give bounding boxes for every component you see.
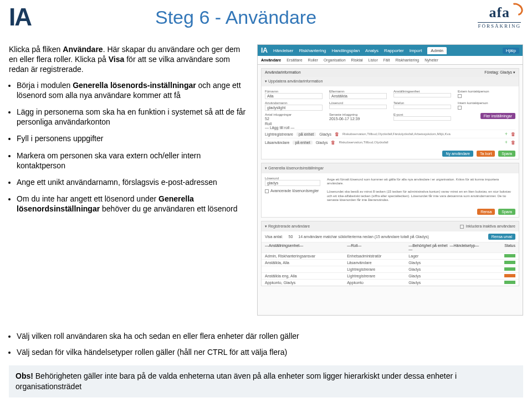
- table-row[interactable]: Anställda, AllaLäsanvändareGladys: [262, 259, 519, 266]
- table-row[interactable]: Anställda eng, AllaLightregistrerareGlad…: [262, 272, 519, 279]
- topnav-item[interactable]: Handlingsplan: [331, 48, 360, 53]
- shot-subnav: Användare Ersättare Roller Organisation …: [258, 56, 523, 65]
- trash-icon[interactable]: 🗑: [511, 132, 515, 137]
- role-name: Läsanvändare: [265, 141, 289, 144]
- filter-roll[interactable]: —Roll—: [347, 244, 408, 251]
- topnav-item[interactable]: Händelser: [273, 48, 293, 53]
- shot-logo-icon: IA: [261, 47, 268, 54]
- subnav-item[interactable]: Fält: [383, 58, 390, 62]
- filter-handelsetyp[interactable]: —Händelsetyp—: [449, 244, 490, 251]
- obs-note: Obs! Behörigheten gäller inte bara på de…: [9, 365, 523, 397]
- include-inactive-checkbox[interactable]: [460, 225, 464, 229]
- help-button[interactable]: Hjälp: [503, 48, 519, 54]
- filter-enhet[interactable]: —Anställningsenhet—: [265, 244, 347, 251]
- telefon-input[interactable]: [393, 105, 451, 109]
- spara-button[interactable]: Spara: [498, 209, 515, 215]
- visa-select[interactable]: 50: [287, 235, 295, 239]
- status-icon: [504, 254, 515, 257]
- adv-checkbox[interactable]: [265, 189, 269, 193]
- roll-select[interactable]: — Lägg till roll —: [265, 126, 331, 130]
- page-header: IA Steg 6 - Användare afa FÖRSÄKRING: [0, 0, 532, 44]
- topnav-item[interactable]: Analys: [365, 48, 378, 53]
- company-value: Gladys: [500, 70, 512, 74]
- page-title: Steg 6 - Användare: [155, 7, 316, 28]
- rensa-button[interactable]: Rensa: [477, 209, 495, 215]
- extern-checkbox[interactable]: [458, 94, 462, 98]
- table-row[interactable]: Appkonto, GladysAppkontoGladys: [262, 279, 519, 286]
- status-icon: [504, 281, 515, 284]
- section-general-pw[interactable]: Generella lösenordsinställningar: [268, 166, 324, 170]
- section-registered[interactable]: Registrerade användare: [268, 224, 310, 228]
- enhet-input[interactable]: [393, 93, 451, 97]
- app-screenshot: IA Händelser Riskhantering Handlingsplan…: [257, 44, 523, 316]
- user-info-panel: Användarinformation Företag: Gladys ▾ ▾ …: [261, 68, 519, 159]
- status-icon: [504, 261, 515, 264]
- include-inactive-label: Inkludera inaktiva användare: [466, 224, 515, 228]
- afa-logo-sub: FÖRSÄKRING: [478, 22, 521, 29]
- role-tags: Riskobservation,Tillbud,Olycksfall,Färdo…: [342, 132, 502, 136]
- obs-bold: Obs!: [16, 371, 33, 380]
- epost-input[interactable]: [393, 116, 451, 121]
- visa-label: Visa antal:: [265, 235, 283, 239]
- topnav-admin-tab[interactable]: Admin: [427, 47, 447, 54]
- bullet-item: Välj sedan för vilka händelsetyper rolle…: [17, 347, 523, 358]
- role-who: Gladys: [316, 141, 328, 144]
- rensa-urval-button[interactable]: Rensa urval: [488, 234, 515, 240]
- roll-label: Roll: [265, 122, 515, 126]
- role-name: Lightregistrerare: [265, 132, 293, 136]
- anvnamn-input[interactable]: gladyslight: [265, 105, 323, 111]
- ta-bort-button[interactable]: Ta bort: [477, 151, 495, 157]
- general-password-panel: ▾ Generella lösenordsinställningar Lösen…: [261, 163, 519, 218]
- role-tags: Riskobservation,Tillbud,Olycksfall: [339, 141, 501, 144]
- plus-icon[interactable]: +: [505, 140, 508, 145]
- lower-bullet-list: Välj vilken roll användaren ska ha och s…: [0, 323, 532, 358]
- bullet-item: Markera om personen ska vara extern och/…: [17, 151, 248, 171]
- afa-logo: afa FÖRSÄKRING: [478, 4, 521, 29]
- gl-adv-desc: Lösenordet ska bestå av minst 8 tecken (…: [327, 189, 515, 203]
- trash-icon[interactable]: 🗑: [331, 140, 335, 145]
- fornamn-input[interactable]: Alla: [265, 93, 323, 99]
- intro-paragraph: Klicka på fliken Användare. Här skapar d…: [9, 44, 248, 75]
- losen-input[interactable]: [329, 105, 387, 109]
- bullet-item: Om du inte har angett ett lösenord under…: [17, 194, 248, 214]
- topnav-item[interactable]: Import: [410, 48, 422, 53]
- status-icon: [504, 267, 515, 271]
- table-row[interactable]: Admin, RiskhanteringsansvarEnhetsadminis…: [262, 252, 519, 259]
- section-update-user[interactable]: Uppdatera användarinformation: [268, 79, 323, 83]
- instruction-text: Klicka på fliken Användare. Här skapar d…: [9, 44, 248, 316]
- subnav-item[interactable]: Riskhantering: [395, 58, 419, 62]
- subnav-item[interactable]: Ersättare: [287, 58, 302, 62]
- match-text: 14 användare matchar sökkriterierna neda…: [298, 235, 428, 239]
- topnav-item[interactable]: Rapporter: [384, 48, 404, 53]
- gl-losen-input[interactable]: gladys: [265, 180, 320, 186]
- gl-desc: Ange ett förvalt lösenord som kommer att…: [327, 177, 515, 187]
- table-row[interactable]: LightregistrerareGladys: [262, 266, 519, 272]
- subnav-item[interactable]: Risktal: [351, 58, 363, 62]
- plus-icon[interactable]: +: [505, 131, 508, 137]
- trash-icon[interactable]: 🗑: [511, 140, 515, 145]
- intern-checkbox[interactable]: [458, 106, 462, 110]
- bullet-item: Välj vilken roll användaren ska ha och s…: [17, 331, 523, 342]
- fler-installningar-button[interactable]: Fler inställningar: [480, 113, 515, 119]
- subnav-item-anvandare[interactable]: Användare: [261, 58, 281, 62]
- subnav-item[interactable]: Roller: [308, 58, 318, 62]
- efternamn-input[interactable]: Anställda: [329, 93, 387, 99]
- topnav-item[interactable]: Riskhantering: [299, 48, 326, 53]
- bullet-item: Ange ett unikt användarnamn, förslagsvis…: [17, 177, 248, 187]
- shot-topbar: IA Händelser Riskhantering Handlingsplan…: [258, 45, 523, 56]
- bullet-item: Fyll i personens uppgifter: [17, 133, 248, 143]
- filter-status: Status: [491, 244, 515, 251]
- subnav-item[interactable]: Nyheter: [424, 58, 438, 62]
- unit-badge: på enhet: [293, 141, 312, 144]
- subnav-item[interactable]: Organisation: [324, 58, 346, 62]
- panel-title: Användarinformation: [265, 70, 301, 75]
- trash-icon[interactable]: 🗑: [335, 132, 339, 137]
- senaste-value: 2015-06-17 12:39: [329, 116, 387, 121]
- bullet-item: Lägg in personerna som ska ha en funktio…: [17, 107, 248, 127]
- filter-behorighet[interactable]: —Behörighet på enhet—: [408, 244, 449, 251]
- spara-button[interactable]: Spara: [498, 151, 515, 157]
- subnav-item[interactable]: Listor: [369, 58, 378, 62]
- ny-anvandare-button[interactable]: Ny användare: [442, 151, 473, 157]
- adv-label: Avancerade lösenordsregler: [270, 189, 319, 193]
- main-bullet-list: Börja i modulen Generella lösenords-inst…: [9, 80, 248, 214]
